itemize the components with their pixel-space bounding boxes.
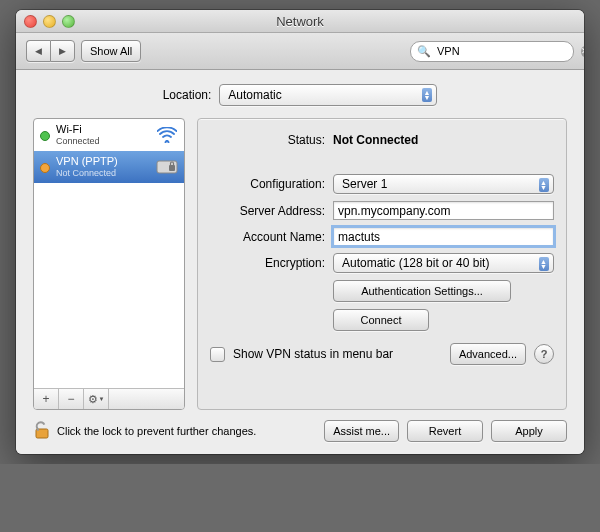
encryption-popup[interactable]: Automatic (128 bit or 40 bit)▲▼ bbox=[333, 253, 554, 273]
back-button[interactable]: ◀ bbox=[26, 40, 50, 62]
sidebar-item-vpn[interactable]: VPN (PPTP) Not Connected bbox=[34, 151, 184, 183]
show-status-label: Show VPN status in menu bar bbox=[233, 347, 393, 361]
nav-seg: ◀ ▶ bbox=[26, 40, 75, 62]
lock-icon[interactable] bbox=[33, 420, 51, 442]
location-label: Location: bbox=[163, 88, 212, 102]
status-dot-icon bbox=[40, 163, 50, 173]
account-name-input[interactable] bbox=[333, 227, 554, 246]
zoom-icon[interactable] bbox=[62, 15, 75, 28]
apply-button[interactable]: Apply bbox=[491, 420, 567, 442]
advanced-button[interactable]: Advanced... bbox=[450, 343, 526, 365]
window-title: Network bbox=[16, 14, 584, 29]
revert-button[interactable]: Revert bbox=[407, 420, 483, 442]
detail-panel: Status: Not Connected Configuration: Ser… bbox=[197, 118, 567, 410]
toolbar: ◀ ▶ Show All 🔍 ✕ bbox=[16, 33, 584, 70]
sidebar-item-status: Not Connected bbox=[56, 167, 150, 179]
configuration-popup[interactable]: Server 1▲▼ bbox=[333, 174, 554, 194]
search-icon: 🔍 bbox=[417, 45, 431, 58]
sidebar-item-label: Wi-Fi bbox=[56, 123, 150, 135]
service-actions-button[interactable]: ⚙▼ bbox=[84, 389, 109, 409]
server-address-label: Server Address: bbox=[210, 204, 325, 218]
minimize-icon[interactable] bbox=[43, 15, 56, 28]
assist-button[interactable]: Assist me... bbox=[324, 420, 399, 442]
svg-rect-1 bbox=[169, 165, 175, 171]
location-popup[interactable]: Automatic ▲▼ bbox=[219, 84, 437, 106]
show-status-checkbox[interactable] bbox=[210, 347, 225, 362]
sidebar-item-label: VPN (PPTP) bbox=[56, 155, 150, 167]
sidebar-footer: + − ⚙▼ bbox=[34, 388, 184, 409]
status-label: Status: bbox=[210, 133, 325, 147]
clear-search-icon[interactable]: ✕ bbox=[581, 46, 584, 57]
network-prefs-window: Network ◀ ▶ Show All 🔍 ✕ Location: Autom… bbox=[16, 10, 584, 454]
vpn-lock-icon bbox=[156, 158, 178, 176]
remove-service-button[interactable]: − bbox=[59, 389, 84, 409]
sidebar-item-status: Connected bbox=[56, 135, 150, 147]
search-field[interactable]: 🔍 ✕ bbox=[410, 41, 574, 62]
status-value: Not Connected bbox=[333, 133, 554, 147]
help-icon: ? bbox=[541, 348, 548, 360]
show-all-button[interactable]: Show All bbox=[81, 40, 141, 62]
auth-settings-button[interactable]: Authentication Settings... bbox=[333, 280, 511, 302]
gear-icon: ⚙ bbox=[88, 393, 98, 406]
lock-text: Click the lock to prevent further change… bbox=[57, 425, 256, 437]
status-dot-icon bbox=[40, 131, 50, 141]
connect-button[interactable]: Connect bbox=[333, 309, 429, 331]
add-service-button[interactable]: + bbox=[34, 389, 59, 409]
chevron-left-icon: ◀ bbox=[35, 46, 42, 56]
configuration-label: Configuration: bbox=[210, 177, 325, 191]
help-button[interactable]: ? bbox=[534, 344, 554, 364]
account-name-label: Account Name: bbox=[210, 230, 325, 244]
services-sidebar: Wi-Fi Connected VPN (PPTP) Not Connected bbox=[33, 118, 185, 410]
chevron-down-icon: ▼ bbox=[99, 396, 105, 402]
search-input[interactable] bbox=[435, 44, 577, 58]
titlebar[interactable]: Network bbox=[16, 10, 584, 33]
forward-button[interactable]: ▶ bbox=[50, 40, 75, 62]
server-address-input[interactable] bbox=[333, 201, 554, 220]
close-icon[interactable] bbox=[24, 15, 37, 28]
chevron-right-icon: ▶ bbox=[59, 46, 66, 56]
sidebar-item-wifi[interactable]: Wi-Fi Connected bbox=[34, 119, 184, 151]
encryption-label: Encryption: bbox=[210, 256, 325, 270]
wifi-icon bbox=[156, 126, 178, 144]
